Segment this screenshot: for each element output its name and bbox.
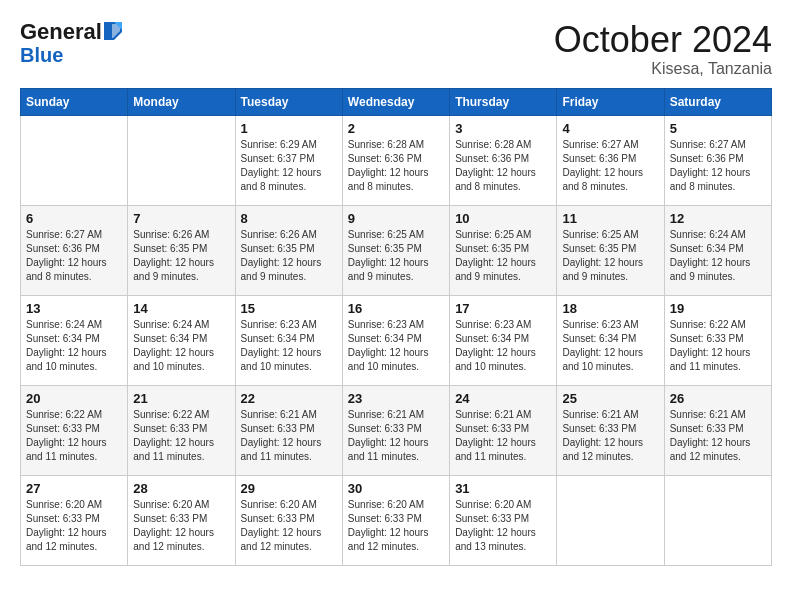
day-number: 29 <box>241 481 337 496</box>
weekday-header-cell: Friday <box>557 88 664 115</box>
day-info: Sunrise: 6:23 AM Sunset: 6:34 PM Dayligh… <box>562 318 658 374</box>
calendar-cell: 19Sunrise: 6:22 AM Sunset: 6:33 PM Dayli… <box>664 295 771 385</box>
calendar-cell <box>664 475 771 565</box>
weekday-header-cell: Saturday <box>664 88 771 115</box>
day-number: 21 <box>133 391 229 406</box>
day-number: 6 <box>26 211 122 226</box>
weekday-header-cell: Monday <box>128 88 235 115</box>
calendar-cell: 22Sunrise: 6:21 AM Sunset: 6:33 PM Dayli… <box>235 385 342 475</box>
logo-icon <box>104 22 122 40</box>
calendar-cell: 1Sunrise: 6:29 AM Sunset: 6:37 PM Daylig… <box>235 115 342 205</box>
day-info: Sunrise: 6:24 AM Sunset: 6:34 PM Dayligh… <box>133 318 229 374</box>
day-info: Sunrise: 6:26 AM Sunset: 6:35 PM Dayligh… <box>241 228 337 284</box>
day-number: 27 <box>26 481 122 496</box>
calendar-cell: 31Sunrise: 6:20 AM Sunset: 6:33 PM Dayli… <box>450 475 557 565</box>
day-number: 20 <box>26 391 122 406</box>
day-info: Sunrise: 6:21 AM Sunset: 6:33 PM Dayligh… <box>348 408 444 464</box>
weekday-header-cell: Wednesday <box>342 88 449 115</box>
calendar-cell: 7Sunrise: 6:26 AM Sunset: 6:35 PM Daylig… <box>128 205 235 295</box>
calendar-cell: 14Sunrise: 6:24 AM Sunset: 6:34 PM Dayli… <box>128 295 235 385</box>
calendar-cell: 29Sunrise: 6:20 AM Sunset: 6:33 PM Dayli… <box>235 475 342 565</box>
day-number: 26 <box>670 391 766 406</box>
day-info: Sunrise: 6:23 AM Sunset: 6:34 PM Dayligh… <box>455 318 551 374</box>
logo: General Blue <box>20 20 122 66</box>
day-info: Sunrise: 6:28 AM Sunset: 6:36 PM Dayligh… <box>455 138 551 194</box>
calendar-cell: 16Sunrise: 6:23 AM Sunset: 6:34 PM Dayli… <box>342 295 449 385</box>
calendar-cell: 5Sunrise: 6:27 AM Sunset: 6:36 PM Daylig… <box>664 115 771 205</box>
day-number: 13 <box>26 301 122 316</box>
day-info: Sunrise: 6:20 AM Sunset: 6:33 PM Dayligh… <box>133 498 229 554</box>
day-number: 22 <box>241 391 337 406</box>
day-number: 15 <box>241 301 337 316</box>
day-info: Sunrise: 6:24 AM Sunset: 6:34 PM Dayligh… <box>26 318 122 374</box>
day-number: 3 <box>455 121 551 136</box>
day-info: Sunrise: 6:24 AM Sunset: 6:34 PM Dayligh… <box>670 228 766 284</box>
day-info: Sunrise: 6:23 AM Sunset: 6:34 PM Dayligh… <box>348 318 444 374</box>
calendar-week-row: 6Sunrise: 6:27 AM Sunset: 6:36 PM Daylig… <box>21 205 772 295</box>
calendar-cell: 24Sunrise: 6:21 AM Sunset: 6:33 PM Dayli… <box>450 385 557 475</box>
calendar-cell: 13Sunrise: 6:24 AM Sunset: 6:34 PM Dayli… <box>21 295 128 385</box>
day-info: Sunrise: 6:20 AM Sunset: 6:33 PM Dayligh… <box>241 498 337 554</box>
day-number: 17 <box>455 301 551 316</box>
weekday-header-cell: Tuesday <box>235 88 342 115</box>
calendar-table: SundayMondayTuesdayWednesdayThursdayFrid… <box>20 88 772 566</box>
calendar-body: 1Sunrise: 6:29 AM Sunset: 6:37 PM Daylig… <box>21 115 772 565</box>
day-info: Sunrise: 6:25 AM Sunset: 6:35 PM Dayligh… <box>348 228 444 284</box>
day-info: Sunrise: 6:26 AM Sunset: 6:35 PM Dayligh… <box>133 228 229 284</box>
day-info: Sunrise: 6:25 AM Sunset: 6:35 PM Dayligh… <box>455 228 551 284</box>
day-info: Sunrise: 6:22 AM Sunset: 6:33 PM Dayligh… <box>26 408 122 464</box>
calendar-cell: 25Sunrise: 6:21 AM Sunset: 6:33 PM Dayli… <box>557 385 664 475</box>
day-info: Sunrise: 6:21 AM Sunset: 6:33 PM Dayligh… <box>562 408 658 464</box>
day-number: 1 <box>241 121 337 136</box>
calendar-cell: 6Sunrise: 6:27 AM Sunset: 6:36 PM Daylig… <box>21 205 128 295</box>
calendar-cell: 2Sunrise: 6:28 AM Sunset: 6:36 PM Daylig… <box>342 115 449 205</box>
calendar-cell: 30Sunrise: 6:20 AM Sunset: 6:33 PM Dayli… <box>342 475 449 565</box>
calendar-cell: 11Sunrise: 6:25 AM Sunset: 6:35 PM Dayli… <box>557 205 664 295</box>
location: Kisesa, Tanzania <box>554 60 772 78</box>
calendar-cell: 10Sunrise: 6:25 AM Sunset: 6:35 PM Dayli… <box>450 205 557 295</box>
day-number: 5 <box>670 121 766 136</box>
calendar-cell: 9Sunrise: 6:25 AM Sunset: 6:35 PM Daylig… <box>342 205 449 295</box>
weekday-header-cell: Thursday <box>450 88 557 115</box>
calendar-cell <box>557 475 664 565</box>
day-number: 19 <box>670 301 766 316</box>
day-number: 4 <box>562 121 658 136</box>
day-number: 14 <box>133 301 229 316</box>
page-header: General Blue October 2024 Kisesa, Tanzan… <box>20 20 772 78</box>
day-info: Sunrise: 6:21 AM Sunset: 6:33 PM Dayligh… <box>455 408 551 464</box>
calendar-cell: 28Sunrise: 6:20 AM Sunset: 6:33 PM Dayli… <box>128 475 235 565</box>
day-info: Sunrise: 6:25 AM Sunset: 6:35 PM Dayligh… <box>562 228 658 284</box>
calendar-cell: 15Sunrise: 6:23 AM Sunset: 6:34 PM Dayli… <box>235 295 342 385</box>
day-info: Sunrise: 6:29 AM Sunset: 6:37 PM Dayligh… <box>241 138 337 194</box>
logo-blue: Blue <box>20 44 63 66</box>
day-info: Sunrise: 6:27 AM Sunset: 6:36 PM Dayligh… <box>26 228 122 284</box>
calendar-cell: 12Sunrise: 6:24 AM Sunset: 6:34 PM Dayli… <box>664 205 771 295</box>
day-number: 10 <box>455 211 551 226</box>
weekday-header-row: SundayMondayTuesdayWednesdayThursdayFrid… <box>21 88 772 115</box>
calendar-week-row: 13Sunrise: 6:24 AM Sunset: 6:34 PM Dayli… <box>21 295 772 385</box>
day-number: 9 <box>348 211 444 226</box>
calendar-cell: 27Sunrise: 6:20 AM Sunset: 6:33 PM Dayli… <box>21 475 128 565</box>
day-number: 16 <box>348 301 444 316</box>
day-info: Sunrise: 6:20 AM Sunset: 6:33 PM Dayligh… <box>455 498 551 554</box>
day-number: 2 <box>348 121 444 136</box>
day-info: Sunrise: 6:27 AM Sunset: 6:36 PM Dayligh… <box>562 138 658 194</box>
calendar-week-row: 27Sunrise: 6:20 AM Sunset: 6:33 PM Dayli… <box>21 475 772 565</box>
day-number: 11 <box>562 211 658 226</box>
month-title: October 2024 <box>554 20 772 60</box>
title-block: October 2024 Kisesa, Tanzania <box>554 20 772 78</box>
calendar-cell: 26Sunrise: 6:21 AM Sunset: 6:33 PM Dayli… <box>664 385 771 475</box>
day-number: 24 <box>455 391 551 406</box>
day-info: Sunrise: 6:20 AM Sunset: 6:33 PM Dayligh… <box>26 498 122 554</box>
day-info: Sunrise: 6:22 AM Sunset: 6:33 PM Dayligh… <box>670 318 766 374</box>
weekday-header-cell: Sunday <box>21 88 128 115</box>
day-number: 12 <box>670 211 766 226</box>
logo-general: General <box>20 20 102 44</box>
calendar-cell <box>21 115 128 205</box>
calendar-cell <box>128 115 235 205</box>
day-number: 8 <box>241 211 337 226</box>
day-info: Sunrise: 6:23 AM Sunset: 6:34 PM Dayligh… <box>241 318 337 374</box>
calendar-cell: 3Sunrise: 6:28 AM Sunset: 6:36 PM Daylig… <box>450 115 557 205</box>
calendar-cell: 4Sunrise: 6:27 AM Sunset: 6:36 PM Daylig… <box>557 115 664 205</box>
calendar-cell: 18Sunrise: 6:23 AM Sunset: 6:34 PM Dayli… <box>557 295 664 385</box>
